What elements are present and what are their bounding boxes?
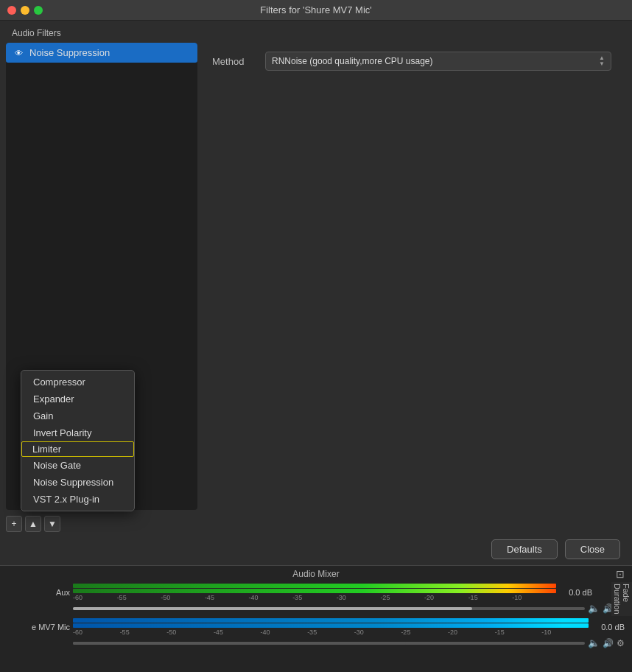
menu-item-noise-suppression[interactable]: Noise Suppression bbox=[21, 474, 134, 491]
audio-filters-label: Audio Filters bbox=[0, 21, 632, 43]
shure-vol-slider-row: 🔈 🔊 ⚙ bbox=[7, 637, 625, 650]
method-value: RNNoise (good quality,more CPU usage) bbox=[272, 56, 433, 66]
shure-meter-area: -60 -55 -50 -45 -40 -35 -30 -25 -20 -15 … bbox=[73, 618, 589, 636]
shure-channel-name: e MV7 Mic bbox=[7, 623, 70, 631]
shure-channel-row: e MV7 Mic -60 -55 -50 -45 -40 -35 -30 -2… bbox=[7, 618, 625, 636]
defaults-button[interactable]: Defaults bbox=[491, 539, 558, 559]
filter-settings-panel: Method RNNoise (good quality,more CPU us… bbox=[197, 43, 626, 510]
menu-item-invert-polarity[interactable]: Invert Polarity bbox=[21, 424, 134, 441]
menu-item-noise-gate[interactable]: Noise Gate bbox=[21, 457, 134, 474]
aux-vol-fill bbox=[73, 607, 472, 610]
aux-channel: Aux -60 -55 -50 -45 -40 -35 -30 -25 -20 bbox=[0, 582, 632, 617]
add-filter-button[interactable]: + bbox=[6, 516, 22, 532]
menu-item-limiter[interactable]: Limiter bbox=[21, 441, 134, 457]
method-dropdown[interactable]: RNNoise (good quality,more CPU usage) ▲ … bbox=[265, 52, 611, 71]
shure-vol-icon: 🔊 bbox=[603, 638, 614, 648]
traffic-lights bbox=[7, 6, 43, 15]
aux-channel-db: 0.0 dB bbox=[559, 588, 592, 597]
aux-meter-bar-top bbox=[73, 584, 556, 588]
shure-meter-scale: -60 -55 -50 -45 -40 -35 -30 -25 -20 -15 … bbox=[73, 629, 589, 636]
shure-vol-fill bbox=[73, 642, 406, 645]
move-up-button[interactable]: ▲ bbox=[25, 516, 41, 532]
visibility-icon: 👁 bbox=[13, 48, 24, 58]
mixer-settings-icon[interactable]: ⊡ bbox=[616, 568, 625, 580]
menu-item-gain[interactable]: Gain bbox=[21, 407, 134, 424]
menu-item-compressor[interactable]: Compressor bbox=[21, 374, 134, 391]
method-label: Method bbox=[212, 56, 256, 67]
move-down-button[interactable]: ▼ bbox=[44, 516, 60, 532]
audio-mixer-title: Audio Mixer bbox=[292, 569, 339, 579]
shure-channel: e MV7 Mic -60 -55 -50 -45 -40 -35 -30 -2… bbox=[0, 617, 632, 651]
shure-mute-button[interactable]: 🔈 bbox=[588, 637, 600, 648]
aux-meter-scale: -60 -55 -50 -45 -40 -35 -30 -25 -20 -15 … bbox=[73, 594, 556, 601]
aux-meter-area: -60 -55 -50 -45 -40 -35 -30 -25 -20 -15 … bbox=[73, 584, 556, 601]
aux-meter-bar-bottom bbox=[73, 589, 556, 593]
filter-toolbar: + ▲ ▼ Compressor Expander Gain Invert Po… bbox=[0, 510, 632, 535]
shure-gear-icon[interactable]: ⚙ bbox=[617, 638, 625, 648]
filter-list-item-noise-suppression[interactable]: 👁 Noise Suppression bbox=[6, 43, 197, 63]
aux-channel-row: Aux -60 -55 -50 -45 -40 -35 -30 -25 -20 bbox=[7, 584, 625, 601]
filter-window: Audio Filters 👁 Noise Suppression Method… bbox=[0, 21, 632, 672]
shure-channel-db: 0.0 dB bbox=[591, 623, 625, 631]
menu-item-expander[interactable]: Expander bbox=[21, 391, 134, 407]
aux-vol-slider[interactable] bbox=[73, 607, 585, 610]
audio-mixer-section: Audio Mixer ⊡ Aux -60 -55 -50 -45 -40 -3… bbox=[0, 565, 632, 672]
close-button-main[interactable]: Close bbox=[565, 539, 620, 559]
filter-item-name: Noise Suppression bbox=[29, 47, 110, 58]
context-menu: Compressor Expander Gain Invert Polarity… bbox=[21, 370, 135, 511]
shure-meter-bar-top bbox=[73, 618, 589, 623]
dropdown-arrows: ▲ ▼ bbox=[599, 55, 605, 67]
shure-meter-bar-bottom bbox=[73, 623, 589, 628]
window-title: Filters for 'Shure MV7 Mic' bbox=[260, 4, 372, 15]
minimize-button[interactable] bbox=[21, 6, 29, 15]
aux-mute-button[interactable]: 🔈 bbox=[588, 603, 600, 614]
maximize-button[interactable] bbox=[34, 6, 43, 15]
title-bar: Filters for 'Shure MV7 Mic' bbox=[0, 0, 632, 21]
menu-item-vst-plugin[interactable]: VST 2.x Plug-in bbox=[21, 491, 134, 508]
close-button[interactable] bbox=[7, 6, 16, 15]
audio-mixer-header: Audio Mixer ⊡ bbox=[0, 566, 632, 582]
shure-vol-slider[interactable] bbox=[73, 642, 585, 645]
aux-vol-slider-row: 🔈 🔊 ⚙ bbox=[7, 603, 625, 615]
aux-channel-name: Aux bbox=[7, 588, 70, 597]
bottom-buttons: Defaults Close bbox=[0, 535, 632, 565]
method-setting-row: Method RNNoise (good quality,more CPU us… bbox=[212, 52, 611, 71]
